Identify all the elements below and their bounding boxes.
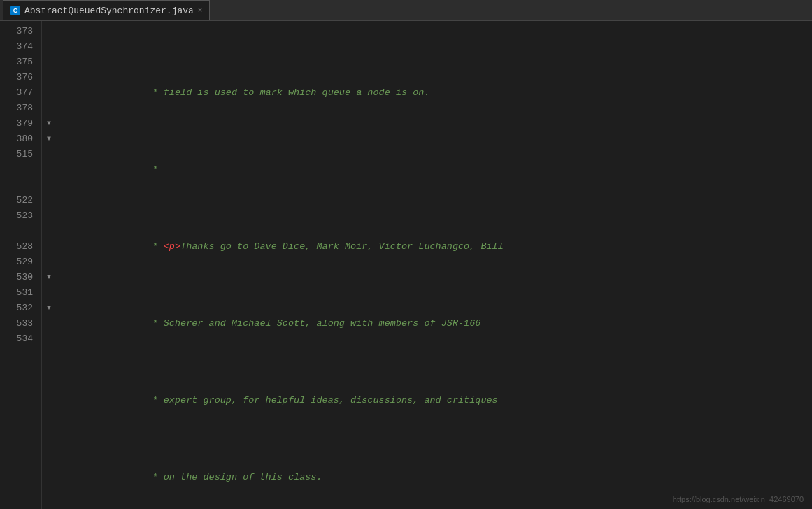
line-num-522: 522 [0, 193, 33, 208]
line-num-378: 378 [0, 101, 33, 116]
code-line-378: * on the design of this class. [67, 454, 812, 501]
code-line-373: * field is used to mark which queue a no… [67, 70, 812, 116]
line-num-528: 528 [0, 239, 33, 254]
fold-icon-532[interactable]: ▼ [42, 301, 56, 316]
line-num-375: 375 [0, 55, 33, 70]
file-tab[interactable]: C AbstractQueuedSynchronizer.java × [3, 0, 210, 20]
line-numbers: 373 374 375 376 377 378 379 380 515 522 … [0, 21, 42, 509]
line-num-531: 531 [0, 285, 33, 301]
code-line-376: * Scherer and Michael Scott, along with … [67, 301, 812, 347]
code-line-375: * <p>Thanks go to Dave Dice, Mark Moir, … [67, 224, 812, 270]
line-num-532: 532 [0, 301, 33, 316]
code-line-377: * expert group, for helpful ideas, discu… [67, 378, 812, 424]
line-num-530: 530 [0, 270, 33, 285]
gutter-377 [42, 85, 56, 101]
line-num-533: 533 [0, 316, 33, 331]
line-num-380: 380 [0, 131, 33, 147]
gutter-375 [42, 55, 56, 70]
gutter: ▼ ▼ ▼ ▼ [42, 21, 56, 509]
line-num-534: 534 [0, 331, 33, 347]
fold-icon-380[interactable]: ▼ [42, 131, 56, 147]
gutter-373 [42, 24, 56, 39]
gutter-374 [42, 39, 56, 55]
gutter-523 [42, 208, 56, 224]
gutter-531 [42, 285, 56, 301]
gutter-tooltip1 [42, 162, 56, 193]
line-num-515: 515 [0, 147, 33, 162]
gutter-528 [42, 239, 56, 254]
line-num-373: 373 [0, 24, 33, 39]
line-num-377: 377 [0, 85, 33, 101]
tab-icon: C [10, 6, 20, 15]
fold-icon-379[interactable]: ▼ [42, 116, 56, 131]
line-num-tooltip2 [0, 224, 33, 239]
code-area: * field is used to mark which queue a no… [56, 21, 812, 509]
gutter-515 [42, 147, 56, 162]
line-num-379: 379 [0, 116, 33, 131]
line-num-529: 529 [0, 254, 33, 270]
gutter-522 [42, 193, 56, 208]
fold-icon-530[interactable]: ▼ [42, 270, 56, 285]
tab-filename: AbstractQueuedSynchronizer.java [24, 6, 194, 16]
gutter-533 [42, 316, 56, 331]
gutter-529 [42, 254, 56, 270]
line-num-374: 374 [0, 39, 33, 55]
line-num-523: 523 [0, 208, 33, 224]
tab-bar: C AbstractQueuedSynchronizer.java × [0, 0, 812, 21]
editor-container: 373 374 375 376 377 378 379 380 515 522 … [0, 21, 812, 509]
gutter-534 [42, 331, 56, 347]
gutter-378 [42, 101, 56, 116]
gutter-tooltip2 [42, 224, 56, 239]
gutter-376 [42, 70, 56, 85]
line-num-376: 376 [0, 70, 33, 85]
code-line-374: * [67, 147, 812, 193]
close-icon[interactable]: × [198, 6, 203, 15]
watermark: https://blog.csdn.net/weixin_42469070 [673, 495, 804, 503]
line-num-tooltip1 [0, 162, 33, 193]
